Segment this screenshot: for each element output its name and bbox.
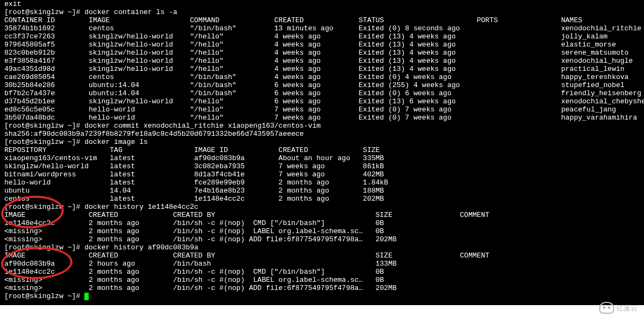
terminal-line: 3b507da48bdc hello-world "/hello" 7 week… (4, 114, 640, 122)
terminal-line: exit (4, 0, 640, 8)
terminal-line: xiaopeng163/centos-vim latest af90dc083b… (4, 154, 640, 162)
terminal-line: 35874b1b1692 centos "/bin/bash" 13 minut… (4, 24, 640, 32)
terminal-line: IMAGE CREATED CREATED BY SIZE COMMENT (4, 252, 640, 260)
terminal-line: 1e1148e4cc2c 2 months ago /bin/sh -c #(n… (4, 219, 640, 227)
terminal-line: ed8c56c5e05c hello-world "/hello" 7 week… (4, 105, 640, 114)
terminal-line: 49ac4351d98d skinglzw/hello-world "/hell… (4, 65, 640, 73)
terminal-line: [root@skinglzw ~]# docker history 1e1148… (4, 203, 640, 211)
terminal-line: bitnami/wordpress latest 8d1a3f4cb41e 7 … (4, 170, 640, 179)
watermark: 亿速云 (599, 302, 638, 314)
terminal-line: centos latest 1e1148e4cc2c 2 months ago … (4, 195, 640, 203)
terminal-line: <missing> 2 months ago /bin/sh -c #(nop)… (4, 235, 640, 243)
watermark-text: 亿速云 (616, 304, 638, 312)
terminal-line: 30b25b84e286 ubuntu:14.04 "/bin/bash" 6 … (4, 81, 640, 89)
cloud-face-icon (599, 302, 614, 314)
terminal-line: skinglzw/hello-world latest 3c082eba7935… (4, 162, 640, 170)
terminal-line: [root@skinglzw ~]# docker commit xenodoc… (4, 122, 640, 130)
terminal-line: ubuntu 14.04 7e4b16ae8b23 2 months ago 1… (4, 187, 640, 195)
terminal-line: sha256:af90dc083b9a7239f8b8279fe18a9c8c4… (4, 130, 640, 138)
terminal-line: <missing> 2 months ago /bin/sh -c #(nop)… (4, 284, 640, 292)
terminal-line: 1e1148e4cc2c 2 months ago /bin/sh -c #(n… (4, 268, 640, 276)
terminal-line: <missing> 2 months ago /bin/sh -c #(nop)… (4, 276, 640, 284)
terminal-output[interactable]: exit[root@skinglzw ~]# docker container … (4, 0, 640, 300)
terminal-line: af90dc083b9a 2 hours ago /bin/bash 133MB (4, 260, 640, 268)
terminal-line: bf7b2c7a437e ubuntu:14.04 "/bin/bash" 6 … (4, 89, 640, 97)
terminal-line: REPOSITORY TAG IMAGE ID CREATED SIZE (4, 146, 640, 154)
terminal-line: hello-world latest fce289e99eb9 2 months… (4, 179, 640, 187)
bottom-strip (0, 305, 644, 317)
terminal-line: d37b45d2b1ee skinglzw/hello-world "/hell… (4, 97, 640, 105)
terminal-line: cae269d85054 centos "/bin/bash" 4 weeks … (4, 73, 640, 81)
terminal-line: IMAGE CREATED CREATED BY SIZE COMMENT (4, 211, 640, 219)
terminal-line: 979645805af5 skinglzw/hello-world "/hell… (4, 41, 640, 49)
terminal-line: CONTAINER ID IMAGE COMMAND CREATED STATU… (4, 16, 640, 24)
terminal-line: <missing> 2 months ago /bin/sh -c #(nop)… (4, 227, 640, 235)
terminal-line: [root@skinglzw ~]# (4, 292, 640, 300)
terminal-line: cc3f37ce7263 skinglzw/hello-world "/hell… (4, 32, 640, 41)
terminal-line: e3f3858a4167 skinglzw/hello-world "/hell… (4, 57, 640, 65)
terminal-line: [root@skinglzw ~]# docker container ls -… (4, 8, 640, 16)
terminal-line: 823c0beb912b skinglzw/hello-world "/hell… (4, 49, 640, 57)
cursor (84, 293, 89, 300)
terminal-line: [root@skinglzw ~]# docker image ls (4, 138, 640, 146)
terminal-line: [root@skinglzw ~]# docker history af90dc… (4, 243, 640, 252)
